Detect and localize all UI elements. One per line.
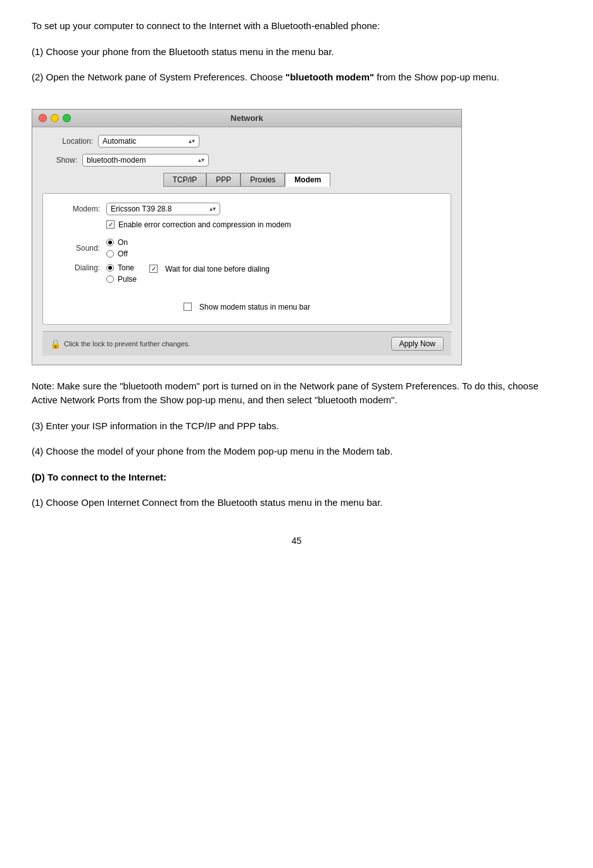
wait-dial-checkbox[interactable]: ✓	[149, 265, 158, 273]
sound-off-radio[interactable]	[106, 250, 114, 258]
step2-paragraph: (2) Open the Network pane of System Pref…	[32, 70, 561, 85]
show-modem-status-checkbox[interactable]	[184, 303, 192, 311]
window-title: Network	[230, 113, 263, 123]
network-screenshot: Network Location: Automatic ▴▾ Show: blu…	[32, 109, 462, 365]
dialing-radio-group: Tone Pulse	[106, 263, 137, 284]
sound-off-label: Off	[118, 249, 128, 258]
maximize-button[interactable]	[63, 114, 71, 122]
dialing-tone-label: Tone	[118, 263, 134, 272]
window-titlebar: Network	[32, 110, 461, 127]
show-label: Show:	[42, 156, 77, 165]
location-dropdown-arrow: ▴▾	[189, 137, 195, 144]
apply-now-button[interactable]: Apply Now	[391, 337, 444, 351]
tab-proxies[interactable]: Proxies	[240, 173, 285, 187]
modem-dropdown[interactable]: Ericsson T39 28.8 ▴▾	[106, 203, 220, 215]
intro-paragraph: To set up your computer to connect to th…	[32, 19, 561, 34]
wait-dial-container: ✓ Wait for dial tone before dialing	[149, 265, 270, 274]
note-paragraph: Note: Make sure the "bluetooth modem" po…	[32, 379, 561, 408]
modem-label: Modem:	[56, 204, 100, 213]
show-modem-status-checkbox-row: Show modem status in menu bar	[184, 303, 310, 311]
footer-text: Click the lock to prevent further change…	[64, 340, 190, 348]
sound-on-radio[interactable]	[106, 239, 114, 246]
show-modem-status-row: Show modem status in menu bar	[56, 303, 438, 315]
window-body: Location: Automatic ▴▾ Show: bluetooth-m…	[32, 127, 461, 365]
dialing-tone-row: Tone	[106, 263, 137, 272]
content-area: To set up your computer to connect to th…	[32, 19, 561, 510]
location-label: Location:	[42, 137, 93, 146]
sound-radio-group: On Off	[106, 238, 128, 258]
step3-paragraph: (3) Enter your ISP information in the TC…	[32, 419, 561, 434]
minimize-button[interactable]	[51, 114, 59, 122]
inner-panel: Modem: Ericsson T39 28.8 ▴▾ ✓ Enable err…	[42, 193, 451, 325]
window-footer: 🔒 Click the lock to prevent further chan…	[42, 331, 451, 356]
dialing-pulse-label: Pulse	[118, 275, 137, 284]
show-dropdown-arrow: ▴▾	[198, 156, 204, 163]
dialing-pulse-row: Pulse	[106, 275, 137, 284]
location-row: Location: Automatic ▴▾	[42, 135, 451, 148]
modem-dropdown-arrow: ▴▾	[209, 205, 216, 212]
sound-on-row: On	[106, 238, 128, 247]
dialing-pulse-radio[interactable]	[106, 275, 114, 283]
sound-off-row: Off	[106, 249, 128, 258]
show-row: Show: bluetooth-modem ▴▾	[42, 154, 451, 167]
stepD-paragraph: (D) To connect to the Internet:	[32, 470, 561, 485]
enable-checkbox-row: ✓ Enable error correction and compressio…	[106, 220, 291, 229]
page-number: 45	[32, 536, 561, 546]
sound-label: Sound:	[56, 244, 100, 253]
tab-modem[interactable]: Modem	[285, 173, 330, 187]
stepD1-paragraph: (1) Choose Open Internet Connect from th…	[32, 496, 561, 510]
window-buttons	[39, 114, 71, 122]
lock-icon: 🔒	[50, 339, 60, 349]
step1-paragraph: (1) Choose your phone from the Bluetooth…	[32, 45, 561, 60]
tab-ppp[interactable]: PPP	[206, 173, 240, 187]
sound-row: Sound: On Off	[56, 238, 438, 258]
enable-checkbox[interactable]: ✓	[106, 220, 115, 229]
show-modem-status-label: Show modem status in menu bar	[199, 303, 310, 311]
enable-label: Enable error correction and compression …	[118, 220, 291, 229]
dialing-row: Dialing: Tone Pulse	[56, 263, 438, 284]
step4-paragraph: (4) Choose the model of your phone from …	[32, 444, 561, 459]
tabs-row: TCP/IP PPP Proxies Modem	[42, 173, 451, 187]
dialing-tone-radio[interactable]	[106, 264, 114, 272]
sound-on-label: On	[118, 238, 128, 247]
location-dropdown[interactable]: Automatic ▴▾	[98, 135, 199, 148]
wait-dial-label: Wait for dial tone before dialing	[165, 265, 270, 274]
close-button[interactable]	[39, 114, 47, 122]
dialing-label: Dialing:	[56, 263, 100, 272]
tab-tcpip[interactable]: TCP/IP	[163, 173, 207, 187]
show-dropdown[interactable]: bluetooth-modem ▴▾	[82, 154, 209, 167]
modem-row: Modem: Ericsson T39 28.8 ▴▾	[56, 203, 438, 215]
enable-row: ✓ Enable error correction and compressio…	[106, 220, 438, 233]
